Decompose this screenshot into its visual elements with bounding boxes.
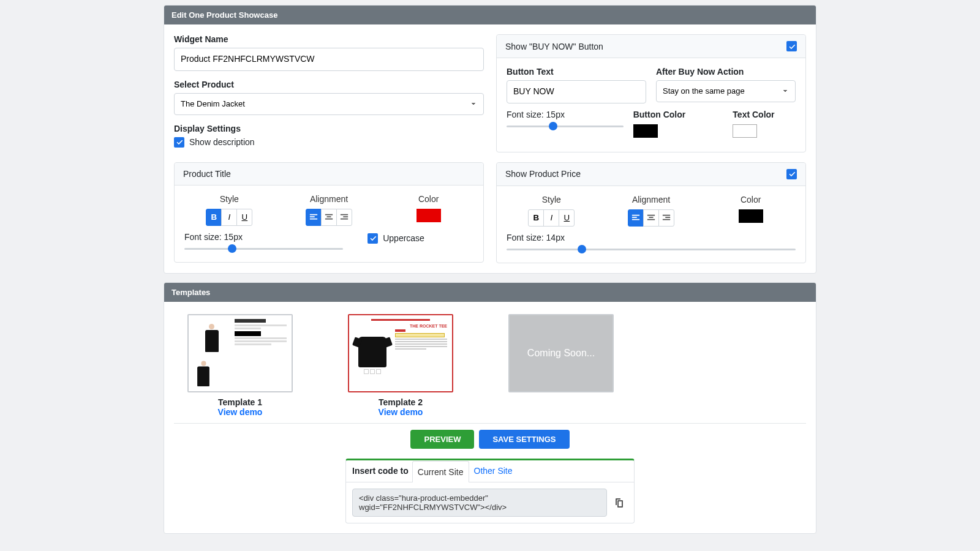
pp-align-left-button[interactable] <box>628 209 644 227</box>
pp-italic-button[interactable]: I <box>543 209 559 227</box>
pp-color-swatch[interactable] <box>739 209 763 223</box>
select-product-label: Select Product <box>174 80 484 89</box>
template-2-name: Template 2 <box>348 397 453 407</box>
widget-name-input[interactable] <box>174 48 484 71</box>
after-action-label: After Buy Now Action <box>656 67 796 77</box>
svg-rect-9 <box>632 214 639 216</box>
bold-button[interactable]: B <box>206 209 222 226</box>
align-center-button[interactable] <box>321 209 337 226</box>
pp-color-label: Color <box>706 195 796 204</box>
svg-rect-7 <box>343 216 348 217</box>
pp-fontsize-label: Font size: 14px <box>507 233 796 242</box>
product-price-header: Show Product Price <box>505 169 581 179</box>
svg-rect-3 <box>325 214 333 215</box>
product-price-panel: Show Product Price Style B I U <box>496 162 806 263</box>
display-settings-label: Display Settings <box>174 124 484 133</box>
svg-rect-14 <box>647 219 655 220</box>
template-2[interactable]: THE ROCKET TEE Template 2 View demo <box>348 314 453 417</box>
svg-rect-2 <box>310 218 317 219</box>
buy-now-toggle[interactable] <box>786 41 797 51</box>
product-title-header: Product Title <box>183 169 231 179</box>
pp-bold-button[interactable]: B <box>528 209 544 227</box>
uppercase-label: Uppercase <box>383 233 424 243</box>
svg-rect-5 <box>325 218 333 219</box>
svg-rect-8 <box>341 218 348 219</box>
align-right-button[interactable] <box>336 209 352 226</box>
svg-rect-12 <box>647 214 655 216</box>
after-action-select[interactable]: Stay on the same page <box>656 80 796 102</box>
uppercase-checkbox[interactable] <box>368 233 378 244</box>
button-text-input[interactable] <box>507 80 646 103</box>
svg-rect-4 <box>327 216 331 217</box>
pp-align-center-button[interactable] <box>643 209 659 227</box>
template-2-link[interactable]: View demo <box>348 407 453 417</box>
product-title-panel: Product Title Style B I U <box>174 162 484 263</box>
template-1-link[interactable]: View demo <box>187 407 293 417</box>
pt-align-label: Alignment <box>284 194 374 204</box>
text-color-label: Text Color <box>733 110 796 119</box>
underline-button[interactable]: U <box>236 209 252 226</box>
save-settings-button[interactable]: SAVE SETTINGS <box>479 430 569 449</box>
show-description-label: Show description <box>189 137 255 147</box>
pt-color-label: Color <box>383 194 473 204</box>
svg-rect-17 <box>663 219 670 220</box>
embed-lead: Insert code to <box>352 460 412 481</box>
templates-card: Templates Template 1 View demo <box>164 282 816 534</box>
svg-rect-1 <box>310 216 315 217</box>
card-header: Edit One Product Showcase <box>164 6 816 24</box>
svg-rect-6 <box>341 214 348 215</box>
widget-name-label: Widget Name <box>174 34 484 44</box>
pt-fontsize-label: Font size: 15px <box>184 232 343 242</box>
pp-fontsize-slider[interactable] <box>507 249 796 250</box>
button-color-label: Button Color <box>633 110 723 119</box>
templates-header: Templates <box>164 283 816 302</box>
pt-style-label: Style <box>184 194 274 204</box>
buy-now-header: Show "BUY NOW" Button <box>505 42 603 51</box>
product-price-toggle[interactable] <box>786 169 797 179</box>
button-color-swatch[interactable] <box>633 124 658 138</box>
svg-rect-15 <box>663 214 670 216</box>
buy-now-panel: Show "BUY NOW" Button Button Text Afte <box>496 34 806 152</box>
pp-align-label: Alignment <box>606 195 696 204</box>
buy-now-fontsize-slider[interactable] <box>507 126 624 127</box>
embed-code[interactable]: <div class="hura-product-embedder" wgid=… <box>352 489 607 517</box>
select-product-dropdown[interactable]: The Denim Jacket <box>174 93 484 115</box>
text-color-swatch[interactable] <box>733 124 757 138</box>
tab-current-site[interactable]: Current Site <box>412 461 469 482</box>
pt-color-swatch[interactable] <box>417 209 441 222</box>
template-coming-soon: Coming Soon... <box>508 314 614 417</box>
svg-rect-0 <box>310 214 317 215</box>
svg-rect-16 <box>665 217 670 218</box>
buy-now-fontsize-label: Font size: 15px <box>507 110 624 119</box>
show-description-checkbox[interactable] <box>174 137 184 148</box>
tab-other-site[interactable]: Other Site <box>469 460 518 481</box>
pt-align-group <box>306 209 352 226</box>
button-text-label: Button Text <box>507 67 646 77</box>
copy-button[interactable] <box>611 493 628 512</box>
pp-underline-button[interactable]: U <box>559 209 575 227</box>
pt-fontsize-slider[interactable] <box>184 248 343 250</box>
align-left-button[interactable] <box>306 209 322 226</box>
pp-style-label: Style <box>507 195 597 204</box>
svg-rect-13 <box>649 217 654 218</box>
pt-style-group: B I U <box>206 209 252 226</box>
pp-align-right-button[interactable] <box>658 209 674 227</box>
italic-button[interactable]: I <box>221 209 237 226</box>
embed-box: Insert code to Current Site Other Site <… <box>345 459 635 523</box>
template-1[interactable]: Template 1 View demo <box>187 314 293 417</box>
coming-soon-box: Coming Soon... <box>508 314 614 392</box>
edit-showcase-card: Edit One Product Showcase Widget Name Se… <box>164 5 816 274</box>
template-1-name: Template 1 <box>187 397 293 407</box>
preview-button[interactable]: PREVIEW <box>410 430 474 449</box>
svg-rect-10 <box>632 217 637 218</box>
svg-rect-11 <box>632 219 639 220</box>
